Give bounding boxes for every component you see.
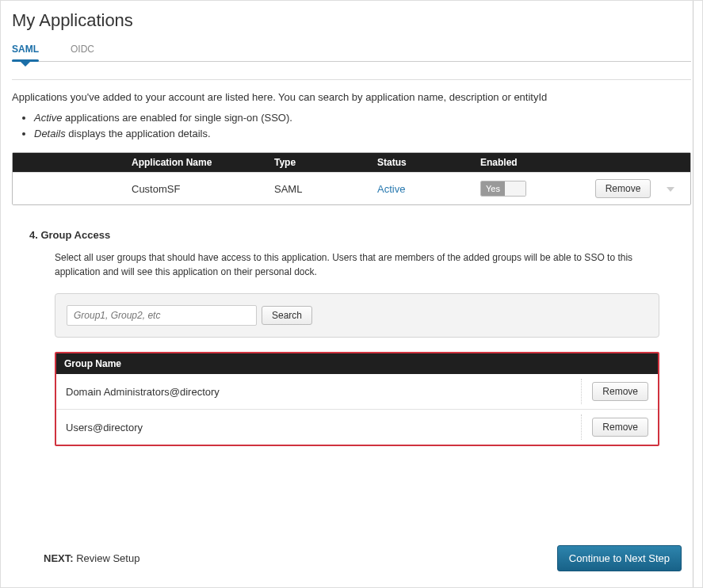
search-button[interactable]: Search	[262, 306, 312, 325]
row-divider	[581, 379, 582, 404]
tab-saml[interactable]: SAML	[12, 39, 39, 61]
tabs: SAML OIDC	[12, 39, 691, 62]
group-row: Users@directory Remove	[56, 409, 658, 445]
app-type-cell: SAML	[274, 183, 377, 195]
group-table: Group Name Domain Administrators@directo…	[55, 352, 659, 446]
app-name-cell: CustomSF	[13, 183, 274, 195]
col-header-type: Type	[274, 157, 377, 168]
bullet-details: Details displays the application details…	[34, 127, 691, 141]
applications-table: Application Name Type Status Enabled Cus…	[12, 152, 691, 205]
bullet-text: displays the application details.	[66, 128, 211, 139]
intro-text: Applications you've added to your accoun…	[12, 91, 691, 103]
section-title: 4. Group Access	[29, 229, 691, 241]
intro-bullets: Active applications are enabled for sing…	[34, 111, 691, 143]
group-name: Users@directory	[66, 422, 143, 433]
row-divider	[581, 414, 582, 440]
col-header-enabled: Enabled	[480, 157, 583, 168]
footer: NEXT: Review Setup Continue to Next Step	[12, 545, 691, 576]
col-header-actions	[583, 157, 690, 168]
next-step-label: NEXT: Review Setup	[44, 552, 139, 564]
app-status-cell[interactable]: Active	[377, 183, 480, 195]
application-row: CustomSF SAML Active Yes Remove	[13, 172, 690, 204]
group-search-panel: Search	[55, 293, 659, 338]
chevron-down-icon[interactable]	[665, 185, 676, 193]
group-access-section: 4. Group Access Select all user groups t…	[12, 229, 691, 576]
right-gutter	[693, 1, 702, 587]
app-actions-cell: Remove	[583, 179, 690, 198]
svg-marker-0	[667, 187, 674, 192]
remove-app-button[interactable]: Remove	[595, 179, 651, 198]
applications-table-header: Application Name Type Status Enabled	[13, 153, 690, 172]
group-search-input[interactable]	[67, 305, 257, 326]
bullet-em: Active	[34, 112, 62, 124]
group-row: Domain Administrators@directory Remove	[56, 374, 658, 409]
next-text: Review Setup	[74, 552, 140, 564]
bullet-text: applications are enabled for single sign…	[62, 112, 292, 124]
page-title: My Applications	[12, 10, 691, 31]
col-header-status: Status	[377, 157, 480, 168]
group-name: Domain Administrators@directory	[66, 386, 220, 398]
toggle-knob	[505, 181, 525, 196]
section-description: Select all user groups that should have …	[55, 250, 659, 279]
tab-oidc[interactable]: OIDC	[71, 39, 94, 61]
divider	[12, 79, 691, 80]
app-enabled-cell: Yes	[480, 181, 583, 197]
col-header-name: Application Name	[13, 157, 274, 168]
bullet-em: Details	[34, 128, 66, 139]
toggle-yes-label: Yes	[481, 181, 505, 196]
continue-button[interactable]: Continue to Next Step	[557, 545, 682, 571]
enabled-toggle[interactable]: Yes	[480, 181, 526, 197]
group-table-header: Group Name	[56, 353, 658, 374]
remove-group-button[interactable]: Remove	[592, 418, 648, 437]
bullet-active: Active applications are enabled for sing…	[34, 111, 691, 125]
next-prefix: NEXT:	[44, 552, 74, 564]
remove-group-button[interactable]: Remove	[592, 382, 648, 401]
